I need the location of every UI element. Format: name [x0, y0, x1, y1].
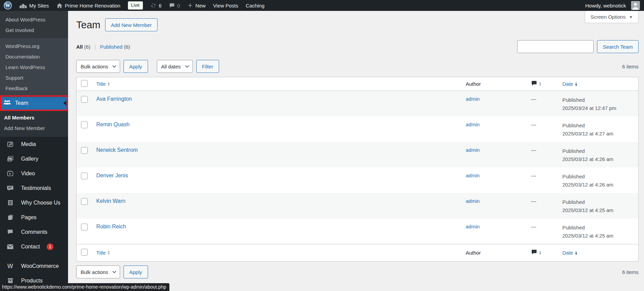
- select-all-checkbox[interactable]: [81, 249, 88, 256]
- bulk-actions-select[interactable]: Bulk actions: [76, 60, 120, 73]
- view-posts-menu[interactable]: View Posts: [209, 0, 242, 11]
- member-title-link[interactable]: Robin Reich: [96, 224, 126, 229]
- contact-notification-badge: 1: [47, 243, 53, 250]
- sort-desc-icon: ▾: [108, 84, 110, 86]
- menu-item-feedback[interactable]: Feedback: [0, 83, 68, 94]
- sidebar-item-label: Contact: [21, 244, 40, 250]
- menu-item-support[interactable]: Support: [0, 72, 68, 83]
- comment-count-value: —: [531, 122, 536, 127]
- menu-item-learn-wordpress[interactable]: Learn WordPress: [0, 62, 68, 72]
- sort-by-comments[interactable]: ▴▾: [531, 80, 541, 87]
- title-column-header: Title: [96, 81, 106, 87]
- member-title-link[interactable]: Remin Quash: [96, 122, 130, 127]
- sidebar-item-add-new-member[interactable]: Add New Member: [0, 123, 68, 133]
- filter-button[interactable]: Filter: [196, 60, 219, 73]
- my-sites-menu[interactable]: My Sites: [16, 0, 53, 11]
- publish-date: 2025/03/24 at 12:47 pm: [562, 104, 638, 112]
- sort-by-comments[interactable]: ▴▾: [531, 249, 541, 256]
- member-title-link[interactable]: Denver Jenis: [96, 173, 128, 178]
- sidebar-item-label: Pages: [21, 214, 36, 221]
- table-row: Nerwick Sentrom admin — Published 2025/0…: [77, 142, 638, 167]
- row-checkbox[interactable]: [81, 147, 88, 154]
- add-new-member-button[interactable]: Add New Member: [105, 18, 158, 31]
- row-checkbox[interactable]: [81, 224, 88, 230]
- publish-status: Published: [562, 96, 638, 104]
- sort-by-date[interactable]: Date ▴▾: [562, 81, 577, 87]
- sidebar-item-team[interactable]: Team: [0, 97, 68, 110]
- sidebar-item-all-members[interactable]: All Members: [0, 112, 68, 123]
- author-link[interactable]: admin: [466, 96, 480, 102]
- author-link[interactable]: admin: [466, 122, 480, 127]
- menu-item-get-involved[interactable]: Get Involved: [0, 25, 68, 35]
- sidebar-item-label: Media: [21, 141, 36, 147]
- home-icon: [56, 3, 63, 9]
- bulk-actions-select[interactable]: Bulk actions: [76, 265, 120, 278]
- gallery-icon: [3, 156, 17, 162]
- wp-menu-about-section: About WordPress Get Involved: [0, 11, 68, 38]
- author-link[interactable]: admin: [466, 198, 480, 204]
- apply-button[interactable]: Apply: [123, 265, 148, 278]
- comments-icon: [3, 229, 17, 235]
- table-row: Kelvin Warn admin — Published 2025/03/12…: [77, 193, 638, 219]
- author-link[interactable]: admin: [466, 173, 480, 178]
- comment-bubble-icon: [531, 249, 537, 256]
- refresh-icon: [150, 2, 156, 9]
- comment-count-value: —: [531, 96, 536, 102]
- search-team-button[interactable]: Search Team: [597, 40, 639, 53]
- publish-date: 2025/03/12 at 4:27 am: [562, 130, 638, 138]
- member-title-link[interactable]: Kelvin Warn: [96, 198, 126, 204]
- team-list-table: Title ▴▾ Author ▴▾ Date ▴▾: [76, 77, 639, 261]
- row-checkbox[interactable]: [81, 198, 88, 205]
- sidebar-item-contact[interactable]: Contact 1: [0, 239, 68, 254]
- my-account-menu[interactable]: Howdy, webnotick: [581, 0, 640, 11]
- sidebar-item-testimonials[interactable]: Testimonials: [0, 181, 68, 195]
- video-icon: [3, 170, 17, 177]
- date-filter-select[interactable]: All dates: [157, 60, 193, 73]
- updates-menu[interactable]: 6: [147, 0, 165, 11]
- sort-by-title[interactable]: Title ▴▾: [96, 250, 110, 256]
- filter-published-link[interactable]: Published: [100, 44, 122, 50]
- new-content-menu[interactable]: New: [184, 0, 209, 11]
- menu-item-documentation[interactable]: Documentation: [0, 51, 68, 62]
- envelope-icon: [3, 244, 17, 249]
- select-all-checkbox[interactable]: [81, 80, 88, 87]
- team-label: Team: [15, 100, 28, 106]
- my-sites-icon: [19, 3, 27, 9]
- date-column-header: Date: [562, 250, 573, 256]
- sidebar-item-pages[interactable]: Pages: [0, 210, 68, 225]
- sidebar-item-gallery[interactable]: Gallery: [0, 151, 68, 166]
- member-title-link[interactable]: Ava Farrington: [96, 96, 132, 102]
- author-link[interactable]: admin: [466, 147, 480, 153]
- apply-button[interactable]: Apply: [123, 60, 148, 73]
- sidebar-item-media[interactable]: Media: [0, 137, 68, 151]
- team-submenu: All Members Add New Member: [0, 110, 68, 137]
- site-name-menu[interactable]: Prime Home Renovation: [53, 0, 124, 11]
- sort-by-date[interactable]: Date ▴▾: [562, 250, 577, 256]
- sort-by-title[interactable]: Title ▴▾: [96, 81, 110, 87]
- filter-separator: |: [95, 44, 96, 50]
- sidebar-item-why-choose-us[interactable]: Why Choose Us: [0, 195, 68, 210]
- wordpress-logo-icon: W: [4, 1, 12, 10]
- wordpress-logo-menu-button[interactable]: W: [0, 0, 16, 11]
- filter-published-count: (6): [124, 44, 130, 50]
- sidebar-item-woocommerce[interactable]: W WooCommerce: [0, 259, 68, 273]
- caching-menu[interactable]: Caching: [242, 0, 268, 11]
- sidebar-item-label: Products: [21, 278, 43, 284]
- menu-item-wordpress-org[interactable]: WordPress.org: [0, 41, 68, 51]
- comments-menu[interactable]: 0: [165, 0, 184, 11]
- filter-all-link[interactable]: All: [76, 44, 83, 50]
- row-checkbox[interactable]: [81, 122, 88, 128]
- sidebar-item-comments[interactable]: Comments: [0, 225, 68, 239]
- sidebar-item-label: Comments: [21, 229, 47, 235]
- wp-menu-links-section: WordPress.org Documentation Learn WordPr…: [0, 38, 68, 97]
- member-title-link[interactable]: Nerwick Sentrom: [96, 147, 138, 153]
- row-checkbox[interactable]: [81, 173, 88, 179]
- publish-status: Published: [562, 147, 638, 155]
- comment-count-value: —: [531, 198, 536, 204]
- author-link[interactable]: admin: [466, 224, 480, 229]
- screen-options-button[interactable]: Screen Options ▼: [585, 11, 639, 23]
- sidebar-item-video[interactable]: Video: [0, 166, 68, 181]
- menu-item-about-wordpress[interactable]: About WordPress: [0, 14, 68, 25]
- row-checkbox[interactable]: [81, 96, 88, 103]
- search-input[interactable]: [517, 40, 594, 53]
